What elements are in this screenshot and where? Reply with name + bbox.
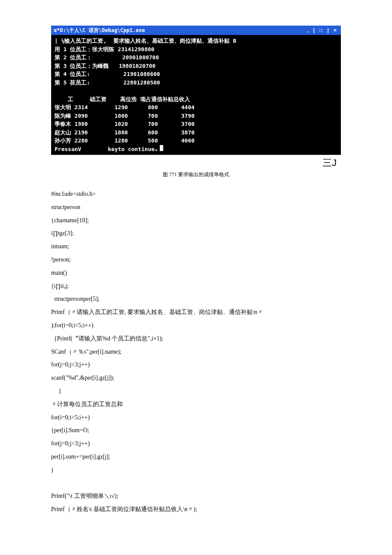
footer-glyph: 三J xyxy=(51,158,341,168)
window-controls: , | □ | × xyxy=(307,26,338,34)
code-line: SCanf（〃％s",per[i].name); xyxy=(51,346,341,359)
cursor-block xyxy=(160,145,163,151)
code-line: for(j=0;j<3;j++) xyxy=(51,358,341,372)
document-page: α*D:\个人\C 语言\Debag\Cpp1.exe , | □ | × | … xyxy=(0,0,392,542)
code-line: intsum; xyxy=(51,240,341,253)
code-line: Printf("\t 工资明细单＼ι√); xyxy=(51,490,341,503)
code-line: );for(i=0;i<5;i++) xyxy=(51,319,341,332)
figure-caption: 图 771 要求输出的成绩单格式 xyxy=(51,171,341,178)
code-line: structperson xyxy=(51,201,341,214)
code-line: 〃计算每位员工的工资总和 xyxy=(51,398,341,411)
code-listing: #inc1ude<stdio.h>structperson{charname[1… xyxy=(51,188,341,516)
console-output: | ⅛输入员工的工资, 要求输入姓名、基础工资、岗位津贴、通信补贴 B 用 1 … xyxy=(51,35,341,155)
console-window: α*D:\个人\C 语言\Debag\Cpp1.exe , | □ | × | … xyxy=(51,26,341,155)
code-line: {i∏ti,j; xyxy=(51,280,341,293)
code-line: main() xyxy=(51,267,341,280)
code-line: structpersonper[5]; xyxy=(51,293,341,306)
code-line: #inc1ude<stdio.h> xyxy=(51,188,341,201)
window-title: α*D:\个人\C 语言\Debag\Cpp1.exe xyxy=(54,26,145,34)
code-line: Printf（〃姓名\t 基础工资岗位津贴通信补贴总收入\n〃); xyxy=(51,503,341,516)
code-line: ) xyxy=(51,464,341,477)
code-line: {Printf(〞请输入第%d 个员工的信息",i+1); xyxy=(51,332,341,346)
code-line: Printf（〃请输入员工的工资, 要求输入姓名、基础工资、岗位津贴、通信补贴\… xyxy=(51,306,341,319)
code-line: for(i=0;i<5;i++) xyxy=(51,411,341,424)
code-line: !person; xyxy=(51,253,341,267)
console-text: | ⅛输入员工的工资, 要求输入姓名、基础工资、岗位津贴、通信补贴 B 用 1 … xyxy=(55,38,236,152)
code-line: i∏tgz[3]; xyxy=(51,227,341,240)
code-line xyxy=(51,477,341,490)
code-line: per[i].sum+=per[i].gz[j]; xyxy=(51,450,341,464)
code-line: for(j=0;j<3;j++) xyxy=(51,437,341,450)
title-bar: α*D:\个人\C 语言\Debag\Cpp1.exe , | □ | × xyxy=(51,26,341,35)
code-line: } xyxy=(51,385,341,398)
code-line: scanf("%d",&per[i].gz[j]); xyxy=(51,372,341,385)
code-line: {charname[10]; xyxy=(51,214,341,227)
code-line: {per[i].Sum=O; xyxy=(51,424,341,437)
